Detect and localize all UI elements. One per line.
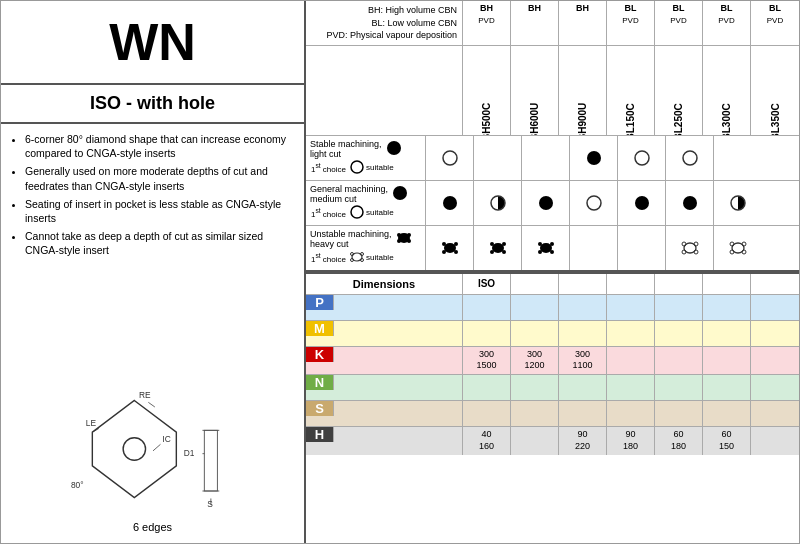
- dim-spacer-1: [511, 274, 559, 294]
- material-badge-H: H: [306, 427, 334, 442]
- svg-text:S: S: [207, 499, 213, 509]
- svg-line-5: [148, 402, 155, 407]
- material-label-N: N: [306, 375, 463, 400]
- svg-point-27: [587, 196, 601, 210]
- insert-diagram: LE RE IC 80° D1: [1, 374, 304, 543]
- mat-cell-H-6: 60150: [703, 427, 751, 454]
- material-badge-P: P: [306, 295, 334, 310]
- machining-row-2-cells: [426, 181, 799, 225]
- material-badge-M: M: [306, 321, 334, 336]
- grade-info-text: BH: High volume CBN BL: Low volume CBN P…: [306, 1, 463, 45]
- mat-cell-K-4: [607, 347, 655, 374]
- machining-label-2: General machining,medium cut 1st choice …: [306, 181, 426, 225]
- col-name-spacer: [306, 46, 463, 135]
- grade-col-2: BH: [511, 1, 559, 45]
- cell-2-3: [522, 181, 570, 225]
- grade-line1: BH: High volume CBN: [311, 4, 457, 17]
- material-row-H: H4016090220901806018060150: [306, 427, 799, 454]
- iso-label: ISO: [463, 274, 511, 294]
- edges-label: 6 edges: [133, 521, 172, 533]
- machining-row-1: Stable machining,light cut 1st choice su…: [306, 136, 799, 181]
- grade-col-1: BHPVD: [463, 1, 511, 45]
- svg-point-50: [502, 250, 506, 254]
- mat-cell-P-6: [703, 295, 751, 320]
- cell-1-5: [618, 136, 666, 180]
- material-label-H: H: [306, 427, 463, 454]
- machining-row-3: Unstable machining,heavy cut 1: [306, 226, 799, 270]
- machining-row-2: General machining,medium cut 1st choice …: [306, 181, 799, 226]
- mat-cell-H-2: [511, 427, 559, 454]
- dim-spacer-2: [559, 274, 607, 294]
- cell-1-6: [666, 136, 714, 180]
- material-label-M: M: [306, 321, 463, 346]
- insert-svg: LE RE IC 80° D1: [53, 379, 253, 519]
- mat-cell-S-2: [511, 401, 559, 426]
- col-name-1: NBH500C: [463, 46, 511, 135]
- mat-cell-P-7: [751, 295, 799, 320]
- grade-col-6: BLPVD: [703, 1, 751, 45]
- material-rows: PMK300150030012003001100NSH4016090220901…: [306, 295, 799, 455]
- material-label-K: K: [306, 347, 463, 374]
- cell-1-3: [522, 136, 570, 180]
- svg-point-18: [443, 151, 457, 165]
- material-row-M: M: [306, 321, 799, 347]
- cell-2-6: [666, 181, 714, 225]
- mat-cell-S-3: [559, 401, 607, 426]
- material-badge-K: K: [306, 347, 334, 362]
- mat-cell-M-1: [463, 321, 511, 346]
- cell-3-4: [570, 226, 618, 270]
- mat-cell-M-6: [703, 321, 751, 346]
- grade-cols: BHPVD BH BH BLPVD BLPVD BLPVD BLPVD: [463, 1, 799, 45]
- cell-2-4: [570, 181, 618, 225]
- grade-line3: PVD: Physical vapour deposition: [311, 29, 457, 42]
- mat-cell-K-1: 3001500: [463, 347, 511, 374]
- material-row-N: N: [306, 375, 799, 401]
- svg-text:D1: D1: [183, 448, 194, 458]
- mat-cell-S-7: [751, 401, 799, 426]
- mat-cell-M-4: [607, 321, 655, 346]
- mat-cell-H-3: 90220: [559, 427, 607, 454]
- dim-spacer-4: [655, 274, 703, 294]
- mat-cell-M-2: [511, 321, 559, 346]
- svg-point-38: [361, 252, 364, 255]
- machining-rows-area: Stable machining,light cut 1st choice su…: [306, 136, 799, 272]
- cell-2-2: [474, 181, 522, 225]
- cell-3-1: [426, 226, 474, 270]
- svg-point-55: [550, 250, 554, 254]
- mat-cell-S-5: [655, 401, 703, 426]
- machining-label-3: Unstable machining,heavy cut 1: [306, 226, 426, 270]
- dimensions-section: Dimensions ISO PMK300150030012003001100N…: [306, 272, 799, 455]
- iso-title: ISO - with hole: [11, 93, 294, 114]
- col-name-3: NBH900U: [559, 46, 607, 135]
- mat-cell-M-5: [655, 321, 703, 346]
- cell-3-2: [474, 226, 522, 270]
- mat-cell-S-6: [703, 401, 751, 426]
- svg-text:80°: 80°: [70, 480, 83, 490]
- mat-cell-K-2: 3001200: [511, 347, 559, 374]
- grade-col-4: BLPVD: [607, 1, 655, 45]
- material-badge-N: N: [306, 375, 334, 390]
- cell-3-6: [666, 226, 714, 270]
- svg-point-26: [539, 196, 553, 210]
- dimensions-label: Dimensions: [306, 274, 463, 294]
- mat-cell-N-6: [703, 375, 751, 400]
- col-name-4: NBL150C: [607, 46, 655, 135]
- dimensions-header: Dimensions ISO: [306, 274, 799, 295]
- cell-1-1: [426, 136, 474, 180]
- left-panel: WN ISO - with hole 6-corner 80° diamond …: [1, 1, 306, 543]
- machining-label-1: Stable machining,light cut 1st choice su…: [306, 136, 426, 180]
- cell-1-7: [714, 136, 762, 180]
- material-label-P: P: [306, 295, 463, 320]
- svg-text:RE: RE: [139, 390, 151, 400]
- svg-point-49: [490, 250, 494, 254]
- svg-point-17: [351, 161, 363, 173]
- material-row-S: S: [306, 401, 799, 427]
- mat-cell-P-2: [511, 295, 559, 320]
- mat-cell-K-7: [751, 347, 799, 374]
- cell-2-5: [618, 181, 666, 225]
- svg-point-48: [502, 242, 506, 246]
- svg-point-33: [407, 233, 411, 237]
- bullet-item: Cannot take as deep a depth of cut as si…: [25, 229, 294, 257]
- mat-cell-H-4: 90180: [607, 427, 655, 454]
- mat-cell-P-1: [463, 295, 511, 320]
